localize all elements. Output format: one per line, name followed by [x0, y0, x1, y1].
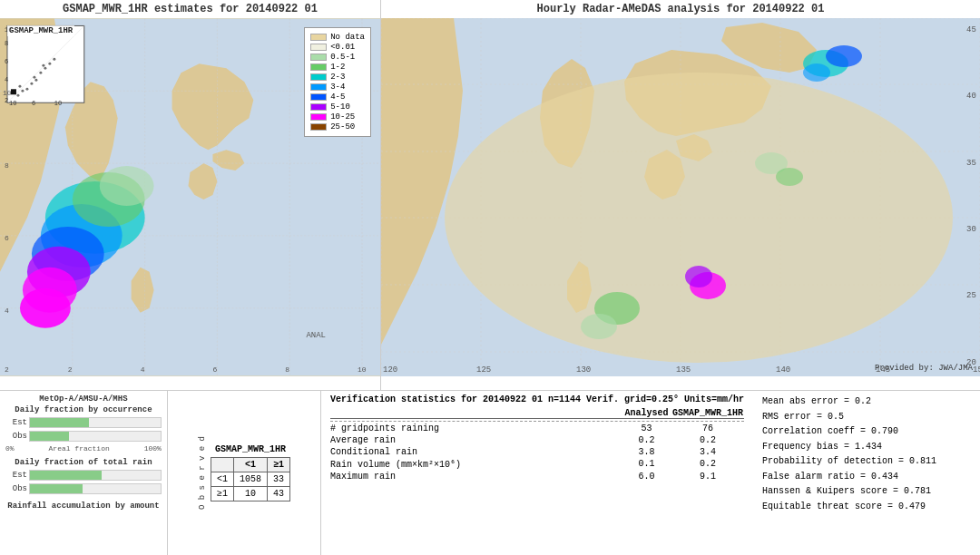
- svg-point-83: [685, 266, 712, 287]
- svg-marker-1: [65, 82, 118, 181]
- legend-label-1: 1-2: [330, 63, 345, 72]
- occurrence-axis: 0% Areal fraction 100%: [5, 444, 162, 453]
- provided-by-label: Provided by: JWA/JMA: [875, 364, 973, 373]
- legend-label-5: 5-10: [330, 102, 350, 112]
- svg-text:125: 125: [476, 365, 491, 375]
- stat-val1-avg-rain: 0.2: [622, 435, 671, 445]
- legend-item-5: 5-10: [310, 102, 365, 112]
- svg-point-22: [73, 172, 145, 227]
- svg-text:30: 30: [966, 225, 976, 234]
- est-rain-track: [29, 470, 162, 481]
- svg-point-87: [776, 168, 803, 186]
- contingency-panel: O b s e r v e d GSMAP_MWR_1HR <1 ≥1: [168, 391, 321, 555]
- contingency-title: GSMAP_MWR_1HR: [211, 444, 290, 454]
- stat-mean-abs-error: Mean abs error = 0.2: [762, 394, 971, 410]
- legend-item-4: 4-5: [310, 92, 365, 102]
- stat-row-max-rain: Maximum rain 6.0 9.1: [330, 472, 744, 482]
- svg-point-85: [581, 314, 617, 339]
- svg-marker-6: [132, 268, 154, 313]
- obs-rain-row: Obs: [5, 483, 162, 494]
- svg-text:15: 15: [973, 365, 980, 375]
- left-map-area: 10 6 10 2 4 6 8 10 10 8 6 4 2 2 4 6: [0, 18, 380, 376]
- svg-point-19: [27, 247, 91, 297]
- svg-marker-59: [624, 50, 771, 136]
- svg-marker-62: [721, 23, 817, 73]
- metop-label: MetOp-A/AMSU-A/MHS: [5, 394, 162, 404]
- est-occurrence-label: Est: [5, 418, 27, 427]
- col-gsmap-header: GSMAP_MWR_1HR: [671, 408, 744, 418]
- svg-point-17: [41, 204, 122, 268]
- legend-color-001: [310, 44, 327, 51]
- legend-label-3: 3-4: [330, 83, 345, 92]
- svg-marker-3: [189, 163, 218, 200]
- svg-rect-24: [7, 25, 84, 102]
- legend-item-25: 25-50: [310, 122, 365, 131]
- stat-row-avg-rain: Average rain 0.2 0.2: [330, 435, 744, 445]
- legend-color-1: [310, 63, 327, 71]
- stat-val2-cond-rain: 3.4: [671, 447, 744, 457]
- stat-label-cond-rain: Conditional rain: [330, 447, 622, 457]
- svg-marker-58: [540, 59, 594, 168]
- legend-item-001: <0.01: [310, 43, 365, 52]
- stat-val2-max-rain: 9.1: [671, 472, 744, 482]
- est-rain-label: Est: [5, 471, 27, 480]
- svg-text:10: 10: [54, 100, 62, 107]
- stat-row-gridpoints: # gridpoints raining 53 76: [330, 424, 744, 433]
- anal-label: ANAL: [306, 331, 326, 340]
- svg-point-20: [23, 268, 77, 313]
- legend-label-4: 4-5: [330, 92, 345, 102]
- obs-occurrence-label: Obs: [5, 432, 27, 441]
- svg-text:130: 130: [576, 365, 591, 375]
- est-rain-row: Est: [5, 470, 162, 481]
- legend-label-nodata: No data: [330, 33, 365, 42]
- legend-color-2: [310, 73, 327, 81]
- svg-text:4: 4: [5, 307, 9, 315]
- legend-color-05: [310, 54, 327, 61]
- contingency-table-container: GSMAP_MWR_1HR <1 ≥1 <1 1: [211, 444, 290, 501]
- svg-text:135: 135: [676, 365, 691, 375]
- svg-text:45: 45: [966, 25, 976, 34]
- contingency-val-ge1ge1: 43: [267, 487, 289, 501]
- legend-item-05: 0.5-1: [310, 53, 365, 62]
- legend-item-2: 2-3: [310, 73, 365, 82]
- stat-equitable: Equitable threat score = 0.479: [762, 500, 971, 515]
- legend-label-2: 2-3: [330, 73, 345, 82]
- svg-point-80: [826, 45, 862, 67]
- stat-rms-error: RMS error = 0.5: [762, 410, 971, 425]
- legend-item-nodata: No data: [310, 33, 365, 42]
- svg-point-18: [32, 227, 104, 281]
- est-rain-fill: [30, 471, 102, 480]
- legend-color-nodata: [310, 34, 327, 41]
- contingency-val-lt1lt1: 1058: [233, 472, 267, 487]
- svg-point-79: [803, 50, 848, 77]
- svg-text:4: 4: [5, 76, 8, 83]
- svg-text:40: 40: [966, 92, 976, 101]
- svg-text:8: 8: [285, 365, 289, 374]
- svg-rect-38: [11, 89, 16, 94]
- legend-item-3: 3-4: [310, 83, 365, 92]
- right-stats-section: Mean abs error = 0.2 RMS error = 0.5 Cor…: [762, 394, 971, 514]
- svg-text:6: 6: [212, 365, 217, 374]
- stat-freq-bias: Frequency bias = 1.434: [762, 440, 971, 455]
- stat-val2-rain-vol: 0.2: [671, 459, 744, 470]
- svg-text:2: 2: [5, 97, 8, 104]
- est-occurrence-row: Est: [5, 417, 162, 428]
- contingency-rowlabel-lt1: <1: [211, 472, 233, 487]
- svg-marker-60: [644, 150, 685, 200]
- obs-rain-fill: [30, 484, 83, 493]
- contingency-row-lt1: <1 1058 33: [211, 472, 289, 487]
- contingency-row-ge1: ≥1 10 43: [211, 487, 289, 501]
- legend-item-1: 1-2: [310, 63, 365, 72]
- contingency-rowlabel-ge1: ≥1: [211, 487, 233, 501]
- main-container: GSMAP_MWR_1HR estimates for 20140922 01: [0, 0, 980, 555]
- stat-val1-gridpoints: 53: [622, 424, 671, 433]
- occurrence-title: Daily fraction by occurrence: [5, 405, 162, 414]
- est-occurrence-fill: [30, 418, 89, 427]
- stat-hanssen: Hanssen & Kuipers score = 0.781: [762, 484, 971, 500]
- left-map-title: GSMAP_MWR_1HR estimates for 20140922 01: [0, 0, 380, 18]
- legend-color-25: [310, 123, 327, 131]
- svg-text:2: 2: [68, 365, 73, 374]
- svg-text:6: 6: [5, 234, 9, 242]
- svg-point-82: [690, 272, 726, 299]
- stat-prob-detection: Probability of detection = 0.811: [762, 454, 971, 470]
